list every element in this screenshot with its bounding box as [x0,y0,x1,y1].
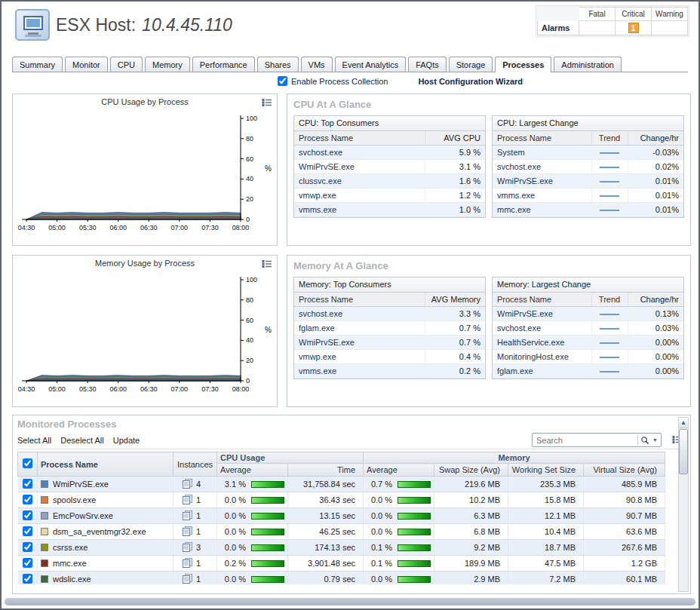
column-header-process-name[interactable]: Process Name [38,452,173,477]
svg-text:05:30: 05:30 [79,224,97,231]
swap-size-cell: 9.2 MB [434,540,508,556]
glance-row: mmc.exe 0.01% [493,202,683,216]
deselect-all-link[interactable]: Deselect All [60,436,103,445]
cpu-average-cell: 0.2 % [217,556,288,572]
process-name: dsm_sa_eventmgr32.exe [53,527,146,536]
search-box[interactable]: ▼ [532,433,662,447]
select-all-checkbox[interactable] [23,458,32,468]
alarms-header-critical: Critical [616,7,652,21]
process-name: fglam.exe [493,363,591,378]
row-checkbox-cell [18,556,38,572]
row-checkbox[interactable] [23,558,32,568]
tab-performance[interactable]: Performance [192,57,255,72]
horizontal-scrollbar[interactable] [5,598,695,605]
tab-processes[interactable]: Processes [495,57,551,72]
alarms-warning-count[interactable] [652,21,688,35]
row-checkbox-cell [18,572,38,585]
process-name-cell: mmc.exe [38,556,173,572]
working-set-cell: 12.1 MB [508,508,584,524]
process-value: 0.2 % [425,363,485,378]
memory-average-cell: 0.0 % [364,524,434,540]
cpu-time-cell: 13.15 sec [288,508,364,524]
select-all-link[interactable]: Select All [17,436,51,445]
column-header-swap-size[interactable]: Swap Size (Avg) [434,464,508,477]
column-header-cpu-average[interactable]: Average [217,464,288,477]
glance-row: svchost.exe 3.3 % [294,306,485,320]
tab-cpu[interactable]: CPU [110,57,143,72]
process-name-cell: spoolsv.exe [38,492,173,508]
column-header-virtual-size[interactable]: Virtual Size (Avg) [584,464,665,477]
process-row: WmiPrvSE.exe 4 3.1 % 31,758.84 sec 0.7 %… [18,477,665,492]
working-set-cell: 7.2 MB [508,572,584,585]
cpu-usage-bar [251,497,284,504]
memory-average-cell: 0.1 % [364,556,434,572]
column-header: Process Name [493,293,591,306]
tab-vms[interactable]: VMs [301,57,333,72]
search-icon[interactable] [638,436,652,445]
monitored-processes-title: Monitored Processes [17,418,686,430]
alarms-critical-count[interactable]: 1 [616,21,652,35]
tab-monitor[interactable]: Monitor [65,57,108,72]
vertical-scrollbar[interactable]: ▲ [678,417,689,592]
process-collection-controls: Enable Process Collection Host Configura… [278,76,523,86]
row-checkbox[interactable] [23,479,32,489]
column-header: Trend [591,293,628,306]
process-change: 0.03% [628,320,683,335]
svg-text:0: 0 [246,377,250,385]
search-input[interactable] [533,436,637,445]
instances-cell: 3 [173,540,217,556]
process-row: mmc.exe 1 0.2 % 3,901.48 sec 0.1 % 189.9… [18,556,665,572]
tab-faqts[interactable]: FAQts [408,57,447,72]
cpu-usage-bar [251,513,284,520]
scrollbar-thumb[interactable] [679,429,688,474]
search-options-chevron-down-icon[interactable]: ▼ [652,437,661,443]
enable-process-collection-checkbox[interactable] [278,76,287,86]
column-header: Process Name [294,131,425,145]
virtual-size-cell: 63.6 MB [584,524,665,540]
tab-memory[interactable]: Memory [145,57,190,72]
tab-event-analytics[interactable]: Event Analytics [335,57,407,72]
scroll-up-arrow-icon[interactable]: ▲ [679,418,688,428]
row-checkbox-cell [18,508,38,524]
svg-text:20: 20 [246,357,253,364]
svg-text:100: 100 [246,276,257,284]
column-header-memory-average[interactable]: Average [364,464,434,477]
column-header: Trend [591,131,628,145]
column-header-time[interactable]: Time [288,464,364,477]
tab-shares[interactable]: Shares [257,57,299,72]
tab-administration[interactable]: Administration [554,57,622,72]
trend-cell [591,145,628,159]
instances-icon [183,510,192,522]
virtual-size-cell: 60.1 MB [584,572,665,585]
monitored-table-container: Process Name Instances CPU Usage Memory … [17,452,666,584]
critical-badge[interactable]: 1 [628,23,639,33]
row-checkbox[interactable] [23,574,32,584]
enable-process-collection[interactable]: Enable Process Collection [278,76,388,86]
swap-size-cell: 10.2 MB [434,492,508,508]
trend-cell [591,335,628,349]
tab-summary[interactable]: Summary [12,57,63,72]
glance-row: svchost.exe 5.9 % [294,145,485,159]
host-configuration-wizard-link[interactable]: Host Configuration Wizard [418,77,523,86]
row-checkbox[interactable] [23,526,32,536]
memory-usage-bar [398,481,431,488]
cpu-chart-menu-icon[interactable] [262,98,272,109]
svg-text:07:00: 07:00 [171,385,189,393]
glance-row: svchost.exe 0.02% [493,159,683,173]
alarms-fatal-count[interactable] [579,21,616,35]
column-header-working-set[interactable]: Working Set Size [508,464,584,477]
cpu-usage-bar [251,560,284,567]
tab-storage[interactable]: Storage [449,57,493,72]
memory-chart-menu-icon[interactable] [262,259,272,270]
glance-row: WmiPrvSE.exe 3.1 % [294,159,485,173]
cpu-average-cell: 0.0 % [217,524,288,540]
cpu-average-value: 0.0 % [225,575,246,584]
svg-text:60: 60 [246,317,253,324]
row-checkbox[interactable] [23,495,32,504]
memory-average-cell: 0.0 % [364,572,434,585]
instances-count: 1 [196,495,201,504]
row-checkbox[interactable] [23,510,32,520]
update-link[interactable]: Update [113,436,140,445]
column-header-instances[interactable]: Instances [173,452,217,477]
row-checkbox[interactable] [23,542,32,552]
